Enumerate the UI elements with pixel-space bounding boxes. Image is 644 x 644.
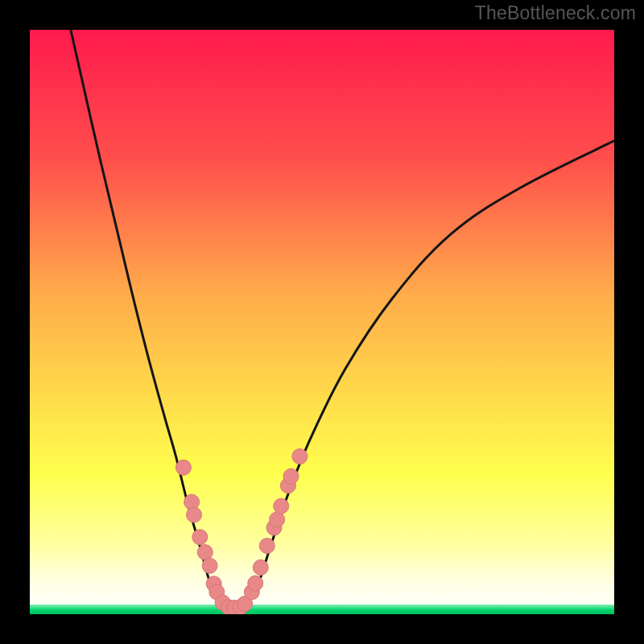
data-marker bbox=[253, 559, 268, 575]
data-marker bbox=[187, 507, 202, 522]
watermark-text: TheBottleneck.com bbox=[475, 2, 636, 24]
left-curve bbox=[71, 30, 234, 609]
data-marker bbox=[259, 539, 275, 554]
data-marker bbox=[192, 530, 208, 545]
data-marker bbox=[292, 448, 308, 464]
data-marker bbox=[202, 558, 217, 573]
data-marker bbox=[197, 545, 213, 560]
data-marker bbox=[248, 576, 263, 591]
data-marker bbox=[175, 460, 191, 475]
chart-frame: TheBottleneck.com bbox=[0, 0, 644, 644]
plot-area bbox=[30, 30, 614, 614]
data-marker bbox=[283, 469, 299, 484]
right-curve bbox=[234, 141, 614, 609]
data-marker bbox=[270, 512, 285, 527]
data-markers bbox=[175, 448, 307, 614]
chart-curves bbox=[30, 30, 614, 614]
data-marker bbox=[274, 498, 289, 514]
